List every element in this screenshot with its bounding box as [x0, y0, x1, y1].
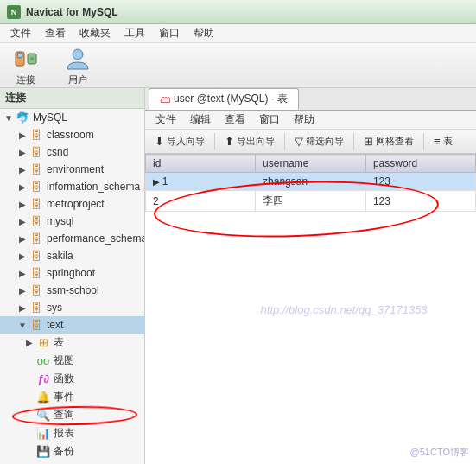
col-id[interactable]: id — [146, 155, 256, 173]
sakila-toggle[interactable]: ▶ — [17, 251, 28, 261]
db-classroom[interactable]: ▶ 🗄 classroom — [0, 126, 144, 143]
inner-menu-edit[interactable]: 编辑 — [183, 111, 218, 129]
import-wizard-button[interactable]: ⬇ 导入向导 — [149, 132, 211, 150]
inner-menu-window[interactable]: 窗口 — [252, 111, 287, 129]
perfschema-label: performance_schema — [47, 232, 145, 245]
perfschema-toggle[interactable]: ▶ — [17, 233, 28, 244]
data-table-wrapper: id username password ▶ 1 zhangsan 123 — [145, 154, 476, 464]
export-icon: ⬆ — [225, 135, 234, 148]
springboot-icon: 🗄 — [29, 266, 43, 280]
backup-sub-label: 备份 — [54, 444, 74, 459]
db-ssm-school[interactable]: ▶ 🗄 ssm-school — [0, 282, 144, 299]
query-sub-icon: 🔍 — [36, 409, 50, 423]
db-information-schema[interactable]: ▶ 🗄 information_schema — [0, 178, 144, 195]
springboot-toggle[interactable]: ▶ — [17, 268, 28, 278]
db-sakila[interactable]: ▶ 🗄 sakila — [0, 247, 144, 264]
classroom-icon: 🗄 — [29, 128, 43, 142]
connect-button[interactable]: 连接 — [7, 43, 45, 88]
filter-wizard-button[interactable]: ▽ 筛选向导 — [289, 132, 350, 150]
csnd-icon: 🗄 — [29, 145, 43, 159]
menu-favorites[interactable]: 收藏夹 — [73, 24, 117, 42]
main-area: 连接 ▼ 🐬 MySQL ▶ 🗄 classroom ▶ 🗄 csnd ▶ 🗄 … — [0, 88, 476, 464]
col-password[interactable]: password — [365, 155, 475, 173]
db-springboot[interactable]: ▶ 🗄 springboot — [0, 264, 144, 282]
csnd-toggle[interactable]: ▶ — [17, 147, 28, 157]
ssmschool-toggle[interactable]: ▶ — [17, 285, 28, 296]
subtable-toggle[interactable]: ▶ — [24, 338, 35, 348]
text-icon: 🗄 — [29, 318, 43, 332]
menu-window[interactable]: 窗口 — [152, 24, 187, 42]
db-sys[interactable]: ▶ 🗄 sys — [0, 299, 144, 316]
filter-icon: ▽ — [295, 135, 303, 148]
tableview-label: 表 — [443, 135, 453, 148]
text-label: text — [47, 319, 63, 331]
view-sub-icon: oo — [36, 354, 50, 368]
classroom-label: classroom — [47, 129, 94, 141]
subquery-toggle — [24, 410, 35, 421]
toolbar2-sep4 — [423, 133, 424, 150]
menu-tools[interactable]: 工具 — [117, 24, 152, 42]
menu-file[interactable]: 文件 — [3, 24, 38, 42]
table-row[interactable]: ▶ 1 zhangsan 123 — [146, 173, 476, 191]
menu-view[interactable]: 查看 — [38, 24, 73, 42]
root-toggle[interactable]: ▼ — [3, 112, 14, 123]
report-sub-label: 报表 — [54, 426, 74, 441]
db-text[interactable]: ▼ 🗄 text — [0, 316, 144, 334]
db-csnd[interactable]: ▶ 🗄 csnd — [0, 143, 144, 161]
env-icon: 🗄 — [29, 162, 43, 176]
app-icon: N — [7, 5, 21, 19]
col-username[interactable]: username — [256, 155, 366, 173]
sub-query[interactable]: 🔍 查询 — [0, 406, 144, 424]
db-environment[interactable]: ▶ 🗄 environment — [0, 161, 144, 178]
sub-event[interactable]: 🔔 事件 — [0, 388, 144, 406]
sys-icon: 🗄 — [29, 301, 43, 315]
sub-table[interactable]: ▶ ⊞ 表 — [0, 334, 144, 352]
row1-password: 123 — [365, 173, 475, 191]
db-metroproject[interactable]: ▶ 🗄 metroproject — [0, 195, 144, 213]
table-view-button[interactable]: ≡ 表 — [428, 132, 459, 150]
event-sub-label: 事件 — [54, 390, 74, 404]
sub-report[interactable]: 📊 报表 — [0, 424, 144, 442]
query-sub-label: 查询 — [54, 408, 74, 423]
menu-help[interactable]: 帮助 — [187, 24, 221, 42]
import-icon: ⬇ — [155, 135, 164, 148]
table-sub-label: 表 — [54, 335, 64, 350]
env-toggle[interactable]: ▶ — [17, 164, 28, 175]
classroom-toggle[interactable]: ▶ — [17, 130, 28, 140]
table-toolbar: ⬇ 导入向导 ⬆ 导出向导 ▽ 筛选向导 ⊞ 网格查看 ≡ 表 — [145, 130, 476, 154]
db-performance-schema[interactable]: ▶ 🗄 performance_schema — [0, 230, 144, 247]
subview-toggle[interactable] — [24, 356, 35, 366]
filter-label: 筛选向导 — [306, 135, 344, 148]
infschema-toggle[interactable]: ▶ — [17, 181, 28, 192]
global-toolbar: 连接 用户 — [0, 43, 476, 88]
sub-backup[interactable]: 💾 备份 — [0, 442, 144, 461]
infschema-icon: 🗄 — [29, 180, 43, 194]
metro-toggle[interactable]: ▶ — [17, 199, 28, 209]
sub-func[interactable]: ƒ∂ 函数 — [0, 370, 144, 388]
tableview-icon: ≡ — [434, 135, 441, 148]
view-sub-label: 视图 — [54, 353, 74, 368]
grid-view-button[interactable]: ⊞ 网格查看 — [358, 132, 420, 150]
text-toggle[interactable]: ▼ — [17, 320, 28, 330]
db-mysql[interactable]: ▶ 🗄 mysql — [0, 213, 144, 230]
user-icon — [64, 45, 92, 73]
watermark: http://blog.csdn.net/qq_37171353 — [261, 302, 428, 315]
table-row[interactable]: 2 李四 123 — [146, 191, 476, 212]
mysql-db-toggle[interactable]: ▶ — [17, 216, 28, 226]
sub-view[interactable]: oo 视图 — [0, 352, 144, 370]
inner-menu-bar: 文件 编辑 查看 窗口 帮助 — [145, 111, 476, 130]
data-table: id username password ▶ 1 zhangsan 123 — [145, 154, 476, 212]
tree-root-mysql[interactable]: ▼ 🐬 MySQL — [0, 109, 144, 126]
inner-menu-view[interactable]: 查看 — [218, 111, 252, 129]
root-label: MySQL — [33, 111, 67, 124]
inner-menu-file[interactable]: 文件 — [149, 111, 183, 129]
sys-toggle[interactable]: ▶ — [17, 302, 28, 313]
row1-username: zhangsan — [256, 173, 366, 191]
user-button[interactable]: 用户 — [59, 43, 97, 88]
connect-label: 连接 — [16, 73, 35, 86]
table-tab[interactable]: 🗃 user @text (MySQL) - 表 — [149, 88, 299, 110]
infschema-label: information_schema — [47, 181, 140, 193]
content-panel: 🗃 user @text (MySQL) - 表 文件 编辑 查看 窗口 帮助 … — [145, 88, 476, 464]
export-wizard-button[interactable]: ⬆ 导出向导 — [219, 132, 281, 150]
inner-menu-help[interactable]: 帮助 — [287, 111, 321, 129]
